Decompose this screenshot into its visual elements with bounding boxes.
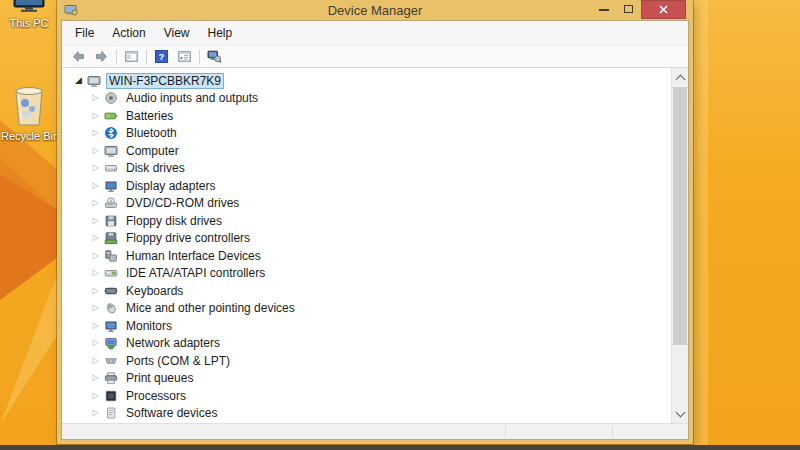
recycle-bin-icon [11, 117, 47, 129]
tree-item-label[interactable]: Computer [123, 143, 182, 159]
expand-expander-icon[interactable]: ▷ [90, 182, 101, 190]
tree-item-label[interactable]: Mice and other pointing devices [123, 300, 298, 316]
hid-icon [104, 249, 118, 263]
tree-item-label[interactable]: Disk drives [123, 160, 188, 176]
monitor-icon [104, 319, 119, 333]
expand-expander-icon[interactable]: ▷ [90, 357, 101, 365]
tree-item-label[interactable]: Ports (COM & LPT) [123, 353, 233, 369]
tree-item[interactable]: ▷Audio inputs and outputs [62, 90, 671, 108]
computer-icon [87, 74, 101, 88]
maximize-button[interactable] [616, 0, 641, 16]
status-separator [612, 426, 613, 437]
tree-item[interactable]: ▷Ports (COM & LPT) [62, 352, 671, 370]
tree-item-label[interactable]: DVD/CD-ROM drives [123, 195, 242, 211]
keyboard-icon [104, 284, 118, 298]
tree-item-label[interactable]: Keyboards [123, 283, 186, 299]
scroll-up-button[interactable] [672, 69, 688, 86]
expand-expander-icon[interactable]: ▷ [90, 147, 101, 155]
tree-item[interactable]: ▷Human Interface Devices [62, 247, 671, 265]
menu-help[interactable]: Help [199, 21, 242, 45]
expand-expander-icon[interactable]: ▷ [90, 252, 101, 260]
tree-item-label[interactable]: Batteries [123, 108, 176, 124]
scrollbar-thumb[interactable] [673, 87, 687, 345]
tree-item-label[interactable]: Floppy disk drives [123, 213, 225, 229]
expand-expander-icon[interactable]: ▷ [90, 409, 101, 417]
expand-expander-icon[interactable]: ▷ [90, 94, 101, 102]
floppy-controller-icon [104, 231, 118, 245]
expand-expander-icon[interactable]: ▷ [90, 217, 101, 225]
menu-view[interactable]: View [155, 21, 199, 45]
help-icon: ? [154, 49, 169, 64]
dvd-icon [104, 196, 119, 210]
tree-item-label[interactable]: Network adapters [123, 335, 223, 351]
expand-expander-icon[interactable]: ▷ [90, 199, 101, 207]
close-button[interactable] [641, 0, 686, 19]
tree-item-label[interactable]: WIN-F3PCBBKR7K9 [106, 73, 224, 89]
expand-expander-icon[interactable]: ▷ [90, 234, 101, 242]
tree-item[interactable]: ▷Network adapters [62, 335, 671, 353]
status-bar [62, 423, 688, 439]
title-bar[interactable]: Device Manager [57, 0, 693, 21]
expand-expander-icon[interactable]: ▷ [90, 304, 101, 312]
tree-item[interactable]: ▷Processors [62, 387, 671, 405]
tree-item[interactable]: ▷Bluetooth [62, 125, 671, 143]
help-button[interactable]: ? [150, 48, 173, 66]
menu-action[interactable]: Action [103, 21, 154, 45]
minimize-button[interactable] [591, 0, 616, 16]
back-button[interactable] [67, 48, 90, 66]
tree-root-item[interactable]: ◢WIN-F3PCBBKR7K9 [62, 72, 671, 90]
status-separator [505, 426, 506, 437]
desktop-icon-this-pc[interactable]: This PC [1, 0, 57, 29]
tree-item[interactable]: ▷Keyboards [62, 282, 671, 300]
forward-button[interactable] [90, 48, 113, 66]
tree-item-label[interactable]: Print queues [123, 370, 196, 386]
properties-button[interactable] [173, 48, 196, 66]
expand-expander-icon[interactable]: ▷ [90, 339, 101, 347]
properties-icon [177, 49, 192, 64]
window-content: File Action View Help ? ◢WIN-F3PCBBKR7K9… [62, 21, 688, 439]
scan-hardware-button[interactable] [203, 48, 226, 66]
tree-item[interactable]: ▷Software devices [62, 405, 671, 423]
expand-expander-icon[interactable]: ▷ [90, 164, 101, 172]
expand-expander-icon[interactable]: ▷ [90, 129, 101, 137]
vertical-scrollbar[interactable] [671, 68, 688, 423]
desktop-icon-label: This PC [1, 17, 57, 29]
desktop: This PC Recycle Bin [0, 0, 800, 450]
tree-item-label[interactable]: Display adapters [123, 178, 218, 194]
tree-item[interactable]: ▷Floppy disk drives [62, 212, 671, 230]
menu-file[interactable]: File [66, 21, 103, 45]
scroll-down-button[interactable] [672, 405, 688, 422]
expand-expander-icon[interactable]: ▷ [90, 374, 101, 382]
tree-item-label[interactable]: Audio inputs and outputs [123, 90, 261, 106]
tree-item[interactable]: ▷Disk drives [62, 160, 671, 178]
tree-item-label[interactable]: IDE ATA/ATAPI controllers [123, 265, 268, 281]
tree-item[interactable]: ▷Display adapters [62, 177, 671, 195]
tree-item-label[interactable]: Human Interface Devices [123, 248, 264, 264]
tree-item-label[interactable]: Processors [123, 388, 189, 404]
tree-item-label[interactable]: Bluetooth [123, 125, 180, 141]
tree-item[interactable]: ▷Mice and other pointing devices [62, 300, 671, 318]
tree-item[interactable]: ▷Floppy drive controllers [62, 230, 671, 248]
tree-item[interactable]: ▷Batteries [62, 107, 671, 125]
desktop-icon-recycle-bin[interactable]: Recycle Bin [1, 83, 57, 142]
expand-expander-icon[interactable]: ▷ [90, 392, 101, 400]
device-tree: ◢WIN-F3PCBBKR7K9▷Audio inputs and output… [62, 68, 671, 423]
dvd-icon [104, 196, 118, 210]
expand-expander-icon[interactable]: ▷ [90, 269, 101, 277]
tree-item[interactable]: ▷Computer [62, 142, 671, 160]
console-tree-button[interactable] [120, 48, 143, 66]
tree-item[interactable]: ▷Print queues [62, 370, 671, 388]
expand-expander-icon[interactable]: ▷ [90, 322, 101, 330]
mouse-icon [104, 301, 118, 315]
battery-icon [104, 109, 118, 123]
tree-item-label[interactable]: Software devices [123, 405, 220, 421]
screen-bottom-edge [0, 445, 800, 450]
tree-item[interactable]: ▷DVD/CD-ROM drives [62, 195, 671, 213]
tree-item[interactable]: ▷IDE ATA/ATAPI controllers [62, 265, 671, 283]
tree-item-label[interactable]: Monitors [123, 318, 175, 334]
tree-item[interactable]: ▷Monitors [62, 317, 671, 335]
expand-expander-icon[interactable]: ▷ [90, 112, 101, 120]
tree-item-label[interactable]: Floppy drive controllers [123, 230, 253, 246]
collapse-expander-icon[interactable]: ◢ [73, 76, 84, 85]
expand-expander-icon[interactable]: ▷ [90, 287, 101, 295]
